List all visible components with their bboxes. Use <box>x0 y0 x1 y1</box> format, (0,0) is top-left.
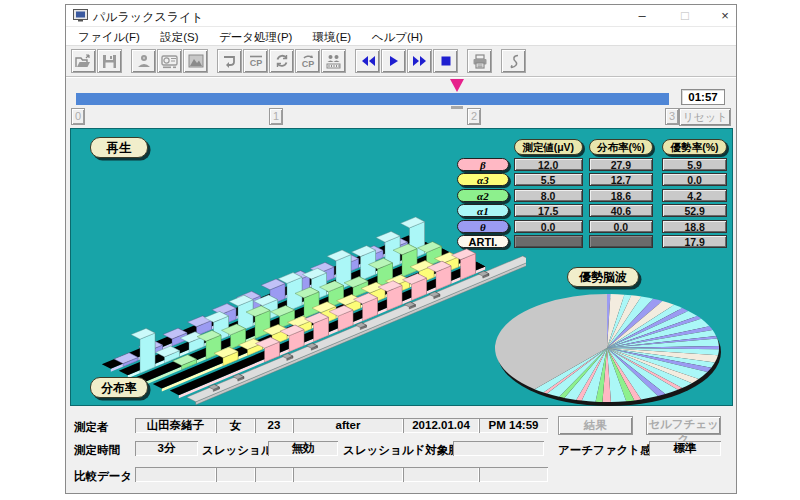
svg-text:CP: CP <box>249 58 262 68</box>
compare-field <box>403 467 479 482</box>
cp-arrow-icon: CP <box>300 54 316 68</box>
users-group-button[interactable] <box>321 49 346 73</box>
user-icon <box>136 53 152 69</box>
distribution-pill-label: 分布率 <box>90 377 148 398</box>
cell-value: 40.6 <box>589 204 654 217</box>
cell-value: 52.9 <box>662 204 727 217</box>
compare-field <box>255 467 293 482</box>
svg-text:CP: CP <box>301 59 314 69</box>
wave-label-alpha3: α3 <box>457 173 509 186</box>
return-arrow-icon <box>222 54 237 68</box>
tick-2: 2 <box>467 108 481 125</box>
progress-bar[interactable] <box>76 93 669 105</box>
refresh-icon <box>274 53 290 69</box>
subject-condition-field: after <box>293 418 403 433</box>
threshold-field: 無効 <box>268 441 338 456</box>
compare-field <box>293 467 403 482</box>
subject-name-field: 山田奈緒子 <box>135 418 216 433</box>
menu-bar: ファイル(F) 設定(S) データ処理(P) 環境(E) ヘルプ(H) <box>66 27 736 46</box>
menu-file[interactable]: ファイル(F) <box>70 28 148 47</box>
close-button[interactable]: × <box>709 5 741 27</box>
transport-section: 0 1 2 3 01:57 リセット <box>66 76 736 128</box>
cell-value: 5.5 <box>514 173 583 186</box>
app-window: パルラックスライト – □ × ファイル(F) 設定(S) データ処理(P) 環… <box>65 4 737 494</box>
user-button[interactable] <box>131 49 156 73</box>
compare-field <box>135 467 216 482</box>
header-dominance: 優勢率(%) <box>662 139 727 155</box>
maximize-button[interactable]: □ <box>669 5 701 27</box>
menu-settings[interactable]: 設定(S) <box>152 28 206 47</box>
compare-label: 比較データ <box>74 469 132 484</box>
print-button[interactable] <box>467 49 492 73</box>
screen: パルラックスライト – □ × ファイル(F) 設定(S) データ処理(P) 環… <box>0 0 800 500</box>
rewind-icon <box>360 55 376 67</box>
save-icon <box>102 54 117 69</box>
cell-value: 5.9 <box>662 158 727 171</box>
title-bar: パルラックスライト – □ × <box>66 5 736 27</box>
cell-value: 8.0 <box>514 189 583 202</box>
cell-value: 0.0 <box>662 173 727 186</box>
subject-label: 測定者 <box>74 420 109 435</box>
users-group-icon <box>325 54 342 69</box>
refresh-button[interactable] <box>269 49 294 73</box>
cell-value: 17.9 <box>662 235 727 248</box>
marker-tool-icon <box>507 54 521 69</box>
stop-icon <box>440 55 452 67</box>
stop-button[interactable] <box>433 49 458 73</box>
wave-label-alpha2: α2 <box>457 189 509 202</box>
position-marker[interactable] <box>450 79 464 92</box>
fast-forward-button[interactable] <box>407 49 432 73</box>
cp-arrow-button[interactable]: CP <box>295 49 320 73</box>
menu-environment[interactable]: 環境(E) <box>305 28 359 47</box>
play-button-toolbar[interactable] <box>381 49 406 73</box>
device-settings-icon <box>161 54 178 69</box>
device-settings-button[interactable] <box>157 49 182 73</box>
open-button[interactable] <box>71 49 96 73</box>
play-icon <box>388 55 400 67</box>
cell-value: 27.9 <box>589 158 654 171</box>
table-row: β 12.0 27.9 5.9 <box>457 158 727 171</box>
result-button[interactable]: 結果 <box>558 416 633 435</box>
return-button[interactable] <box>217 49 242 73</box>
cell-value: 18.6 <box>589 189 654 202</box>
cell-value: 0.0 <box>589 220 654 233</box>
marker-tool-button[interactable] <box>501 49 526 73</box>
cell-value: 4.2 <box>662 189 727 202</box>
cell-value: 12.7 <box>589 173 654 186</box>
cell-value: 18.8 <box>662 220 727 233</box>
artifact-field: 標準 <box>649 441 721 456</box>
selfcheck-button[interactable]: セルフチェック <box>646 416 721 435</box>
table-row: α2 8.0 18.6 4.2 <box>457 189 727 202</box>
toolbar: CP CP <box>66 46 736 77</box>
elapsed-time: 01:57 <box>681 89 725 105</box>
table-row: α3 5.5 12.7 0.0 <box>457 173 727 186</box>
threshold-target-field <box>453 441 544 456</box>
menu-data-processing[interactable]: データ処理(P) <box>211 28 300 47</box>
print-icon <box>472 54 488 69</box>
subject-date-field: 2012.01.04 <box>403 418 479 433</box>
compare-field <box>216 467 255 482</box>
reset-button[interactable]: リセット <box>679 108 731 126</box>
tick-3: 3 <box>665 108 679 125</box>
window-title: パルラックスライト <box>93 9 204 26</box>
subject-time-field: PM 14:59 <box>479 418 548 433</box>
subject-sex-field: 女 <box>216 418 255 433</box>
position-notch <box>451 106 463 109</box>
rewind-button[interactable] <box>355 49 380 73</box>
dominant-wave-pie-chart <box>479 281 731 409</box>
image-icon <box>188 54 204 68</box>
tick-0: 0 <box>71 108 85 125</box>
distribution-3d-chart <box>76 213 526 405</box>
play-pill-button[interactable]: 再生 <box>90 137 148 158</box>
header-distribution: 分布率(%) <box>589 139 654 155</box>
minimize-button[interactable]: – <box>626 5 658 27</box>
open-folder-icon <box>75 54 92 69</box>
duration-label: 測定時間 <box>74 443 120 458</box>
subject-age-field: 23 <box>255 418 293 433</box>
compare-field <box>479 467 548 482</box>
header-measured-value: 測定値(μV) <box>514 139 583 155</box>
image-button[interactable] <box>183 49 208 73</box>
save-button[interactable] <box>97 49 122 73</box>
menu-help[interactable]: ヘルプ(H) <box>364 28 431 47</box>
copy-cp-button[interactable]: CP <box>243 49 268 73</box>
